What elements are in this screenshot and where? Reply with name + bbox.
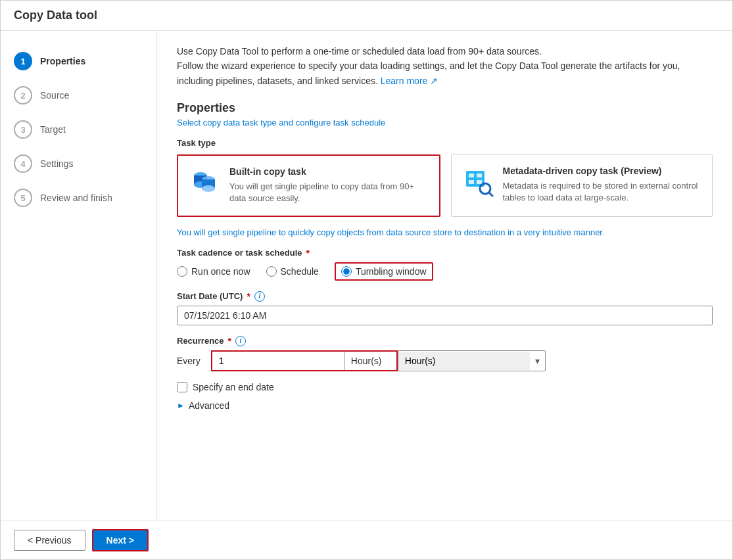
sidebar-item-target[interactable]: 3 Target — [1, 112, 156, 147]
recurrence-label-row: Recurrence * i — [177, 336, 713, 346]
step-circle-5: 5 — [14, 189, 32, 207]
recurrence-info-icon[interactable]: i — [235, 336, 246, 346]
recurrence-input-wrap: Hour(s) — [211, 350, 398, 371]
recurrence-number-input[interactable] — [212, 352, 344, 370]
advanced-toggle[interactable]: ► Advanced — [177, 400, 713, 411]
radio-tumbling-input[interactable] — [341, 266, 352, 277]
sidebar-label-source: Source — [40, 90, 69, 101]
metadata-title: Metadata-driven copy task (Preview) — [503, 166, 702, 176]
sidebar-item-review[interactable]: 5 Review and finish — [1, 181, 156, 215]
start-date-input[interactable] — [177, 306, 713, 325]
recurrence-unit-select-wrap: Minute(s) Hour(s) Day(s) Week(s) Month(s… — [398, 350, 546, 371]
sidebar-item-settings[interactable]: 4 Settings — [1, 147, 156, 181]
sidebar-label-properties: Properties — [40, 56, 85, 66]
built-in-desc: You will get single pipeline to copy dat… — [229, 181, 429, 204]
footer: < Previous Next > — [1, 521, 732, 559]
start-date-label-row: Start Date (UTC) * i — [177, 291, 713, 302]
cadence-radio-group: Run once now Schedule Tumbling window — [177, 262, 713, 281]
specify-end-date-checkbox[interactable] — [177, 382, 187, 392]
main-content: 1 Properties 2 Source 3 Target 4 Setting… — [1, 31, 732, 521]
start-date-section: Start Date (UTC) * i — [177, 291, 713, 325]
step-circle-4: 4 — [14, 154, 32, 173]
start-date-required: * — [247, 291, 250, 302]
radio-tumbling-label: Tumbling window — [356, 266, 427, 277]
previous-button[interactable]: < Previous — [14, 530, 85, 551]
app-container: Copy Data tool 1 Properties 2 Source 3 T… — [0, 0, 733, 560]
step-circle-2: 2 — [14, 86, 32, 105]
svg-point-5 — [202, 185, 215, 192]
radio-schedule-input[interactable] — [266, 266, 277, 277]
sidebar-label-target: Target — [40, 124, 66, 135]
specify-end-date-item[interactable]: Specify an end date — [177, 382, 713, 392]
radio-tumbling[interactable]: Tumbling window — [335, 262, 433, 281]
built-in-title: Built-in copy task — [229, 166, 429, 177]
radio-run-once-label: Run once now — [191, 266, 250, 277]
start-date-info-icon[interactable]: i — [254, 291, 265, 302]
svg-rect-7 — [469, 174, 474, 177]
radio-schedule-label: Schedule — [281, 266, 319, 277]
task-type-label: Task type — [177, 138, 713, 148]
built-in-icon — [189, 166, 220, 198]
pipeline-info: You will get single pipeline to quickly … — [177, 227, 713, 237]
svg-rect-9 — [469, 180, 474, 184]
recurrence-required: * — [228, 336, 231, 346]
recurrence-section: Recurrence * i Every Hour(s) Minute(s) — [177, 336, 713, 371]
recurrence-unit-select[interactable]: Minute(s) Hour(s) Day(s) Week(s) Month(s… — [398, 352, 530, 370]
task-type-row: Built-in copy task You will get single p… — [177, 154, 713, 216]
recurrence-controls: Every Hour(s) Minute(s) Hour(s) Day(s) W… — [177, 350, 713, 371]
cadence-required: * — [306, 248, 310, 258]
start-date-label: Start Date (UTC) — [177, 291, 243, 301]
cadence-label-row: Task cadence or task schedule * — [177, 248, 713, 258]
intro-section: Use Copy Data Tool to perform a one-time… — [177, 44, 713, 88]
sidebar-item-source[interactable]: 2 Source — [1, 78, 156, 112]
task-card-metadata[interactable]: Metadata-driven copy task (Preview) Meta… — [451, 154, 713, 216]
properties-subtitle: Select copy data task type and configure… — [177, 118, 713, 128]
next-button[interactable]: Next > — [92, 529, 149, 551]
recurrence-every-label: Every — [177, 350, 206, 371]
sidebar-label-review: Review and finish — [40, 193, 112, 203]
sidebar-item-properties[interactable]: 1 Properties — [1, 44, 156, 78]
sidebar-label-settings: Settings — [40, 158, 74, 169]
radio-run-once[interactable]: Run once now — [177, 266, 250, 277]
radio-schedule[interactable]: Schedule — [266, 266, 319, 277]
chevron-right-icon: ► — [177, 401, 185, 410]
cadence-section: Task cadence or task schedule * Run once… — [177, 248, 713, 281]
specify-end-date-label: Specify an end date — [193, 382, 274, 392]
svg-line-12 — [489, 193, 492, 196]
learn-more-link[interactable]: Learn more ↗ — [381, 76, 438, 86]
svg-rect-10 — [477, 180, 482, 184]
recurrence-unit-label: Hour(s) — [344, 352, 396, 370]
metadata-desc: Metadata is required to be stored in ext… — [503, 180, 702, 204]
advanced-label: Advanced — [189, 400, 229, 411]
recurrence-label: Recurrence — [177, 336, 224, 346]
select-chevron-icon: ▾ — [530, 352, 545, 370]
radio-run-once-input[interactable] — [177, 266, 187, 277]
app-title: Copy Data tool — [14, 9, 719, 22]
svg-rect-8 — [477, 174, 482, 177]
step-circle-3: 3 — [14, 120, 32, 139]
metadata-icon — [462, 166, 494, 197]
properties-title: Properties — [177, 101, 713, 115]
step-circle-1: 1 — [14, 52, 32, 70]
properties-section: Properties Select copy data task type an… — [177, 101, 713, 410]
intro-line1: Use Copy Data Tool to perform a one-time… — [177, 46, 542, 57]
sidebar: 1 Properties 2 Source 3 Target 4 Setting… — [1, 31, 157, 521]
title-bar: Copy Data tool — [1, 1, 732, 31]
cadence-label: Task cadence or task schedule — [177, 248, 302, 258]
metadata-text: Metadata-driven copy task (Preview) Meta… — [503, 166, 702, 204]
built-in-text: Built-in copy task You will get single p… — [229, 166, 429, 204]
task-card-built-in[interactable]: Built-in copy task You will get single p… — [177, 154, 440, 216]
content-area: Use Copy Data Tool to perform a one-time… — [157, 31, 732, 521]
